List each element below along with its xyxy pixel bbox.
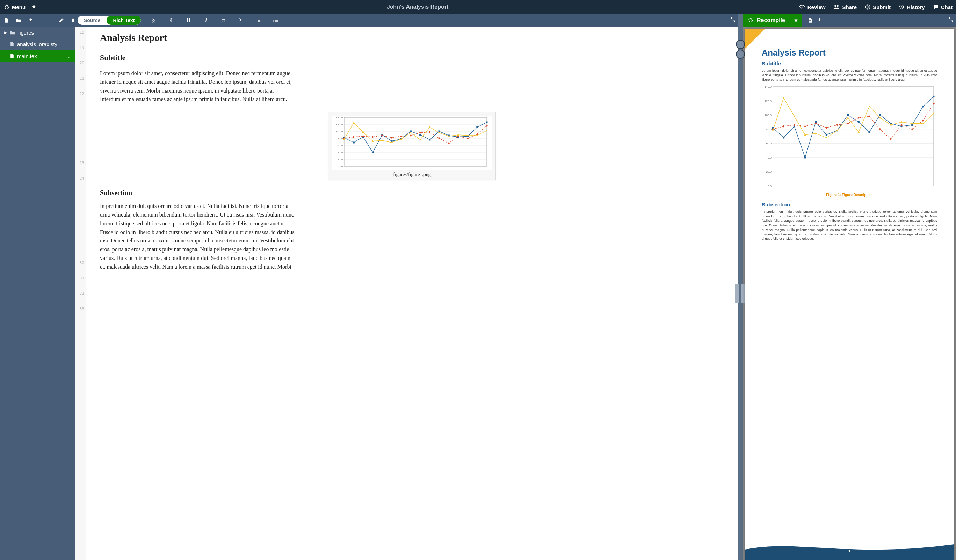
svg-text:120.0: 120.0 — [764, 99, 772, 103]
bold-icon[interactable]: B — [184, 16, 193, 25]
history-icon — [898, 4, 905, 10]
expand-preview-icon[interactable] — [946, 17, 956, 24]
pdf-subtitle: Subtitle — [762, 60, 937, 66]
file-icon — [10, 42, 14, 47]
chat-label: Chat — [941, 4, 953, 10]
recompile-label: Recompile — [757, 17, 785, 24]
corner-fold-icon — [745, 29, 765, 49]
figure-placeholder: 0.020.040.060.080.0100.0120.0140.0 [figu… — [328, 112, 496, 180]
submit-label: Submit — [873, 4, 891, 10]
svg-point-7 — [274, 19, 275, 20]
delete-icon[interactable] — [71, 17, 75, 23]
recompile-dropdown[interactable]: ▾ — [791, 17, 797, 24]
folder-figures[interactable]: ▸ figures — [0, 27, 75, 38]
editor-mode-toggle[interactable]: Source Rich Text — [77, 16, 141, 25]
rename-icon[interactable] — [59, 17, 64, 23]
chat-button[interactable]: Chat — [932, 4, 953, 10]
refresh-icon — [748, 17, 753, 23]
file-main-tex[interactable]: main.tex ⌄ — [0, 50, 75, 62]
pdf-preview-pane: Analysis Report Subtitle Lorem ipsum dol… — [743, 27, 956, 560]
collapse-left-handle[interactable] — [735, 284, 739, 303]
svg-rect-75 — [933, 96, 935, 98]
svg-text:60.0: 60.0 — [337, 144, 343, 147]
svg-text:20.0: 20.0 — [337, 158, 343, 161]
expand-editor-icon[interactable] — [728, 17, 738, 24]
numbered-list-icon[interactable]: 123 — [253, 16, 263, 25]
svg-rect-65 — [825, 134, 827, 136]
section-icon[interactable]: § — [148, 16, 158, 25]
svg-rect-28 — [353, 142, 355, 143]
subsection-icon[interactable]: § — [166, 16, 176, 25]
logs-icon[interactable] — [805, 16, 815, 25]
svg-text:0.0: 0.0 — [768, 184, 772, 187]
pdf-figure-caption: Figure 1: Figure Description — [762, 193, 937, 197]
pane-divider[interactable] — [738, 27, 743, 560]
page-number: 1 — [848, 549, 851, 553]
svg-rect-67 — [847, 114, 849, 116]
share-label: Share — [842, 4, 857, 10]
svg-rect-73 — [911, 124, 913, 126]
review-button[interactable]: Ab Review — [799, 4, 825, 10]
topbar: Menu John's Analysis Report Ab Review Sh… — [0, 0, 956, 14]
doc-para2: In pretium enim dui, quis ornare odio va… — [100, 202, 296, 271]
folder-label: figures — [18, 30, 34, 36]
svg-rect-41 — [476, 126, 478, 128]
svg-text:Ab: Ab — [801, 4, 804, 6]
svg-text:40.0: 40.0 — [766, 156, 772, 159]
bullet-list-icon[interactable] — [271, 16, 281, 25]
file-label: analysis_orax.sty — [17, 41, 57, 47]
pdf-page[interactable]: Analysis Report Subtitle Lorem ipsum dol… — [745, 29, 954, 560]
svg-text:140.0: 140.0 — [336, 116, 343, 119]
upload-icon[interactable] — [28, 17, 33, 23]
svg-rect-63 — [804, 157, 806, 159]
svg-rect-68 — [858, 121, 860, 123]
editor-toolbar: Source Rich Text § § B I π Σ 123 Recompi… — [0, 14, 956, 27]
svg-rect-26 — [344, 117, 487, 166]
history-button[interactable]: History — [898, 4, 925, 10]
svg-point-1 — [835, 5, 836, 6]
new-file-icon[interactable] — [3, 17, 9, 23]
svg-rect-36 — [429, 139, 431, 141]
folder-icon — [10, 30, 16, 35]
svg-text:40.0: 40.0 — [337, 151, 343, 154]
menu-label: Menu — [12, 4, 25, 10]
doc-subsection: Subsection — [100, 189, 724, 197]
file-tree: ▸ figures analysis_orax.sty main.tex ⌄ — [0, 27, 75, 560]
file-icon — [10, 53, 14, 59]
file-sty[interactable]: analysis_orax.sty — [0, 38, 75, 50]
file-label: main.tex — [17, 53, 37, 59]
rich-text-document[interactable]: Analysis Report Subtitle Lorem ipsum dol… — [86, 27, 738, 560]
sigma-icon[interactable]: Σ — [236, 16, 246, 25]
svg-text:100.0: 100.0 — [336, 130, 343, 133]
svg-text:60.0: 60.0 — [766, 142, 772, 145]
recompile-button[interactable]: Recompile ▾ — [743, 14, 802, 27]
menu-button[interactable]: Menu — [3, 4, 25, 10]
submit-button[interactable]: Submit — [865, 4, 891, 10]
svg-text:80.0: 80.0 — [766, 128, 772, 131]
chevron-down-icon[interactable]: ⌄ — [67, 53, 71, 59]
pi-icon[interactable]: π — [219, 16, 228, 25]
italic-icon[interactable]: I — [201, 16, 211, 25]
pdf-para2: In pretium enim dui, quis ornare odio va… — [762, 209, 937, 241]
download-pdf-icon[interactable] — [815, 16, 825, 25]
overleaf-logo-icon — [3, 4, 10, 10]
svg-text:80.0: 80.0 — [337, 137, 343, 140]
doc-para1: Lorem ipsum dolor sit amet, consectetur … — [100, 69, 296, 104]
svg-point-9 — [274, 21, 275, 22]
svg-text:140.0: 140.0 — [764, 85, 772, 88]
richtext-mode-button[interactable]: Rich Text — [107, 16, 141, 25]
home-up-icon[interactable] — [31, 4, 37, 10]
svg-rect-35 — [419, 134, 421, 136]
svg-point-2 — [837, 5, 839, 6]
share-button[interactable]: Share — [833, 4, 857, 10]
source-mode-button[interactable]: Source — [77, 16, 107, 25]
history-label: History — [907, 4, 925, 10]
svg-rect-42 — [486, 121, 488, 123]
svg-text:20.0: 20.0 — [766, 170, 772, 174]
new-folder-icon[interactable] — [16, 17, 22, 23]
svg-rect-70 — [879, 114, 881, 116]
figure-chart: 0.020.040.060.080.0100.0120.0140.0 — [335, 116, 489, 168]
project-title: John's Analysis Report — [37, 4, 799, 10]
pdf-title: Analysis Report — [762, 48, 937, 58]
globe-icon — [865, 4, 871, 10]
